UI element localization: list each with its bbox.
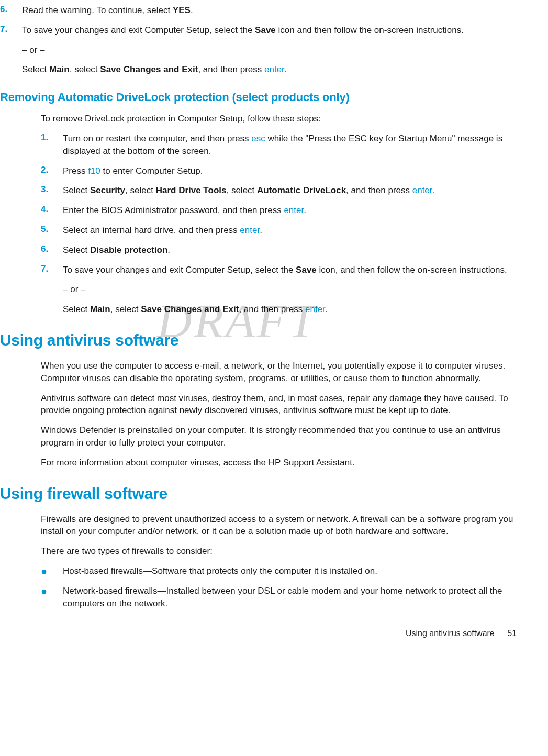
step: 1.Turn on or restart the computer, and t… [41, 132, 517, 158]
step-number: 6. [0, 4, 22, 17]
body-paragraph: When you use the computer to access e-ma… [41, 360, 517, 385]
step-text: Press f10 to enter Computer Setup. [63, 165, 517, 177]
step-7: 7. To save your changes and exit Compute… [0, 24, 517, 76]
body-paragraph: Firewalls are designed to prevent unauth… [41, 513, 517, 538]
step-number: 4. [41, 204, 63, 217]
body-paragraph: Antivirus software can detect most virus… [41, 392, 517, 417]
step: 2.Press f10 to enter Computer Setup. [41, 165, 517, 177]
bullet-item: ●Host-based firewalls—Software that prot… [41, 565, 517, 577]
step: 4.Enter the BIOS Administrator password,… [41, 204, 517, 217]
bullet-text: Host-based firewalls—Software that prote… [63, 565, 517, 577]
step-text-alt: Select Main, select Save Changes and Exi… [22, 63, 517, 76]
step-or: – or – [63, 283, 517, 296]
step-number: 6. [41, 244, 63, 257]
heading-removing-drivelock: Removing Automatic DriveLock protection … [0, 91, 517, 104]
body-paragraph: Windows Defender is preinstalled on your… [41, 424, 517, 449]
step: 3.Select Security, select Hard Drive Too… [41, 184, 517, 197]
heading-antivirus: Using antivirus software [0, 331, 517, 349]
step-text: Read the warning. To continue, select YE… [22, 4, 517, 17]
step-text: Enter the BIOS Administrator password, a… [63, 204, 517, 217]
step-number: 1. [41, 132, 63, 158]
continued-steps: 6. Read the warning. To continue, select… [0, 4, 517, 76]
footer-page-number: 51 [507, 629, 517, 638]
removing-intro: To remove DriveLock protection in Comput… [41, 113, 517, 125]
step-number: 3. [41, 184, 63, 197]
page-footer: Using antivirus software 51 [406, 629, 517, 638]
firewall-bullets: ●Host-based firewalls—Software that prot… [41, 565, 517, 610]
step-text: To save your changes and exit Computer S… [63, 264, 517, 276]
step-text: Select Disable protection. [63, 244, 517, 257]
firewall-body: Firewalls are designed to prevent unauth… [41, 513, 517, 610]
bullet-icon: ● [41, 565, 63, 577]
bullet-item: ●Network-based firewalls—Installed betwe… [41, 585, 517, 610]
step-number: 2. [41, 165, 63, 177]
step-text: Turn on or restart the computer, and the… [63, 132, 517, 158]
step-or: – or – [22, 44, 517, 57]
removing-steps: 1.Turn on or restart the computer, and t… [41, 132, 517, 316]
step-text: Select an internal hard drive, and then … [63, 224, 517, 237]
step-text: To save your changes and exit Computer S… [22, 24, 517, 37]
step: 5.Select an internal hard drive, and the… [41, 224, 517, 237]
step-6: 6. Read the warning. To continue, select… [0, 4, 517, 17]
step-text-alt: Select Main, select Save Changes and Exi… [63, 303, 517, 316]
bullet-icon: ● [41, 585, 63, 610]
heading-firewall: Using firewall software [0, 485, 517, 503]
document-page: DRAFT 6. Read the warning. To continue, … [0, 0, 548, 649]
bullet-text: Network-based firewalls—Installed betwee… [63, 585, 517, 610]
body-paragraph: For more information about computer viru… [41, 457, 517, 469]
step-number: 5. [41, 224, 63, 237]
step-text: Select Security, select Hard Drive Tools… [63, 184, 517, 197]
step-number: 7. [41, 264, 63, 316]
step: 6.Select Disable protection. [41, 244, 517, 257]
footer-title: Using antivirus software [406, 629, 495, 638]
antivirus-body: When you use the computer to access e-ma… [41, 360, 517, 469]
step: 7.To save your changes and exit Computer… [41, 264, 517, 316]
body-paragraph: There are two types of firewalls to cons… [41, 545, 517, 558]
step-number: 7. [0, 24, 22, 76]
